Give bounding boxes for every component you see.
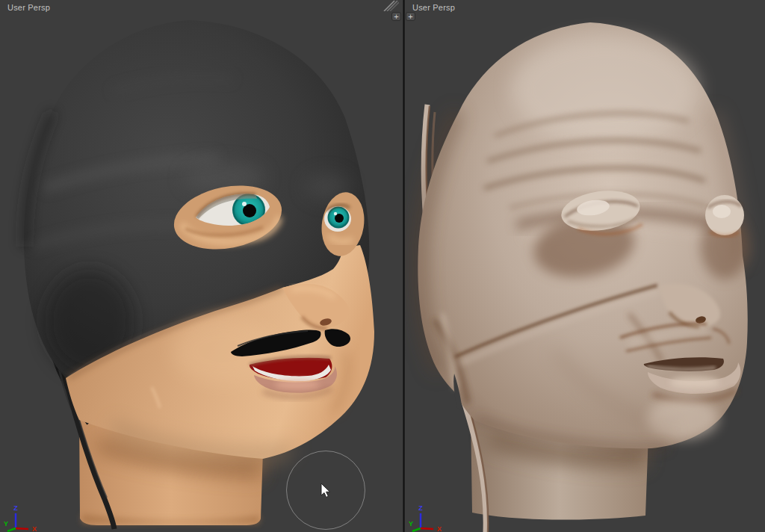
axis-x-label: X (437, 525, 442, 532)
viewport-left-textured[interactable]: User Persp Z X Y (0, 0, 403, 532)
axis-y-label: Y (4, 520, 8, 528)
sculpt-head (418, 22, 749, 448)
area-corner-handle-icon[interactable] (382, 0, 399, 11)
axis-y-label: Y (409, 520, 413, 528)
sculpt-head-model[interactable] (405, 0, 765, 532)
viewport-right-sculpt[interactable]: User Persp Z X Y (405, 0, 765, 532)
viewport-mode-label: User Persp (412, 3, 455, 12)
axis-gizmo: Z X Y (405, 499, 450, 532)
axis-z-label: Z (13, 504, 18, 512)
mouse-cursor-icon (320, 483, 331, 498)
viewport-divider[interactable] (403, 0, 405, 532)
axis-gizmo: Z X Y (0, 499, 45, 532)
textured-head-model[interactable] (0, 0, 403, 532)
axis-x-label: X (32, 525, 37, 532)
axis-z-label: Z (418, 504, 423, 512)
expand-header-left-button[interactable]: + (391, 12, 401, 21)
blender-split-3d-viewport: User Persp Z X Y (0, 0, 765, 532)
expand-header-right-button[interactable]: + (406, 12, 415, 21)
viewport-mode-label: User Persp (7, 3, 50, 12)
